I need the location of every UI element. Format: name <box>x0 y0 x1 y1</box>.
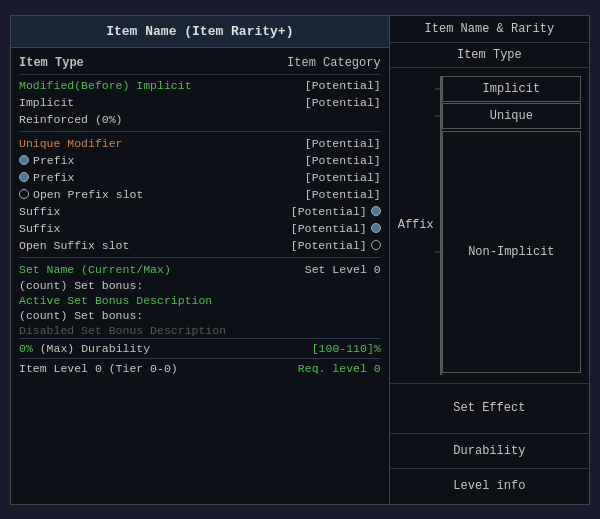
unique-modifier-row: Unique Modifier [Potential] <box>19 135 381 152</box>
suffix2-radio <box>371 223 381 233</box>
diagram-area: Affix Implicit Unique Non-Implicit <box>390 68 589 384</box>
set-name-row: Set Name (Current/Max) Set Level 0 <box>19 261 381 278</box>
right-panel: Item Name & Rarity Item Type Affix Impli… <box>390 16 589 504</box>
implicit-box: Implicit <box>442 76 581 102</box>
prefix1-left: Prefix <box>19 154 74 167</box>
open-prefix-label: Open Prefix slot <box>33 188 143 201</box>
divider-1 <box>19 131 381 132</box>
level-row: Item Level 0 (Tier 0-0) Req. level 0 <box>19 358 381 378</box>
modified-before-potential: [Potential] <box>305 79 381 92</box>
right-content: Affix Implicit Unique Non-Implicit Set E… <box>390 68 589 504</box>
durability-label: Durability <box>81 342 150 355</box>
prefix2-left: Prefix <box>19 171 74 184</box>
open-suffix-label: Open Suffix slot <box>19 239 129 252</box>
divider-2 <box>19 257 381 258</box>
set-bonus-2-row: (count) Set bonus: <box>19 308 381 323</box>
right-durability-section: Durability <box>390 434 589 469</box>
active-set-bonus-row: Active Set Bonus Description <box>19 293 381 308</box>
implicit-row: Implicit [Potential] <box>19 94 381 111</box>
suffix2-potential: [Potential] <box>291 222 367 235</box>
prefix2-radio <box>19 172 29 182</box>
implicit-label: Implicit <box>19 96 74 109</box>
open-suffix-row: Open Suffix slot [Potential] <box>19 237 381 254</box>
open-suffix-potential: [Potential] <box>291 239 367 252</box>
open-suffix-radio <box>371 240 381 250</box>
main-container: Item Name (Item Rarity+) Item Type Item … <box>10 15 590 505</box>
left-panel: Item Name (Item Rarity+) Item Type Item … <box>11 16 390 504</box>
suffix1-right: [Potential] <box>291 205 381 218</box>
durability-range: [100-110]% <box>312 342 381 355</box>
suffix1-row: Suffix [Potential] <box>19 203 381 220</box>
item-type-row: Item Type Item Category <box>19 52 381 75</box>
durability-max-label: (Max) <box>40 342 81 355</box>
right-level-info-section: Level info <box>390 469 589 504</box>
prefix1-row: Prefix [Potential] <box>19 152 381 169</box>
non-implicit-box: Non-Implicit <box>442 131 581 373</box>
reinforced-row: Reinforced (0%) <box>19 111 381 128</box>
right-sub-header: Item Type <box>390 43 589 68</box>
modified-before-row: Modified(Before) Implicit [Potential] <box>19 77 381 94</box>
suffix2-row: Suffix [Potential] <box>19 220 381 237</box>
item-category-label: Item Category <box>287 56 381 70</box>
open-suffix-right: [Potential] <box>291 239 381 252</box>
active-set-bonus-label: Active Set Bonus Description <box>19 294 212 307</box>
implicit-potential: [Potential] <box>305 96 381 109</box>
unique-modifier-potential: [Potential] <box>305 137 381 150</box>
suffix2-label: Suffix <box>19 222 60 235</box>
set-bonus-2-label: (count) Set bonus: <box>19 309 143 322</box>
disabled-set-bonus-label: Disabled Set Bonus Description <box>19 324 226 337</box>
suffix1-label: Suffix <box>19 205 60 218</box>
item-type-label: Item Type <box>19 56 84 70</box>
set-effect-section: Set Effect <box>390 384 589 434</box>
prefix2-label: Prefix <box>33 171 74 184</box>
diagram-boxes: Implicit Unique Non-Implicit <box>440 76 581 375</box>
durability-percent: 0% <box>19 342 33 355</box>
suffix1-potential: [Potential] <box>291 205 367 218</box>
req-level-label: Req. level 0 <box>298 362 381 375</box>
implicit-group: Implicit Unique <box>442 76 581 129</box>
open-prefix-potential: [Potential] <box>305 188 381 201</box>
durability-row: 0% (Max) Durability [100-110]% <box>19 338 381 358</box>
prefix2-potential: [Potential] <box>305 171 381 184</box>
modified-before-label: Modified(Before) Implicit <box>19 79 192 92</box>
prefix1-potential: [Potential] <box>305 154 381 167</box>
open-prefix-left: Open Prefix slot <box>19 188 143 201</box>
set-name-label: Set Name (Current/Max) <box>19 263 171 276</box>
open-prefix-radio <box>19 189 29 199</box>
unique-modifier-label: Unique Modifier <box>19 137 123 150</box>
open-prefix-row: Open Prefix slot [Potential] <box>19 186 381 203</box>
left-content: Item Type Item Category Modified(Before)… <box>11 48 389 504</box>
set-bonus-1-row: (count) Set bonus: <box>19 278 381 293</box>
suffix1-radio <box>371 206 381 216</box>
set-level-label: Set Level 0 <box>305 263 381 276</box>
reinforced-label: Reinforced (0%) <box>19 113 123 126</box>
item-name-header: Item Name (Item Rarity+) <box>11 16 389 48</box>
suffix2-right: [Potential] <box>291 222 381 235</box>
prefix1-label: Prefix <box>33 154 74 167</box>
disabled-set-bonus-row: Disabled Set Bonus Description <box>19 323 381 338</box>
affix-label: Affix <box>398 76 440 375</box>
set-bonus-1-label: (count) Set bonus: <box>19 279 143 292</box>
durability-left-group: 0% (Max) Durability <box>19 342 150 355</box>
right-header: Item Name & Rarity <box>390 16 589 43</box>
unique-box: Unique <box>442 103 581 129</box>
prefix2-row: Prefix [Potential] <box>19 169 381 186</box>
prefix1-radio <box>19 155 29 165</box>
item-level-label: Item Level 0 (Tier 0-0) <box>19 362 178 375</box>
